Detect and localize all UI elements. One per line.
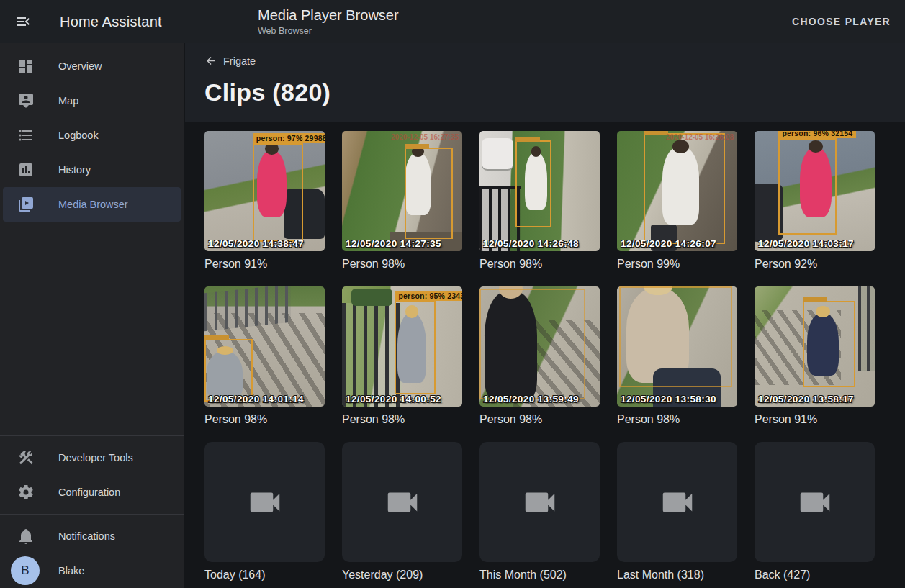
video-camera-icon [658,483,697,522]
clip-tile[interactable]: 2020-12-05 16:26:08 12/05/2020 14:26:07 … [617,131,737,278]
user-name: Blake [58,565,84,576]
clip-caption: Person 98% [342,413,462,426]
clip-tile[interactable]: 12/05/2020 13:58:17 Person 91% [755,286,875,433]
clip-thumbnail: 12/05/2020 13:59:49 [479,286,600,407]
clip-caption: Person 98% [204,413,325,426]
sidebar-item-user-profile[interactable]: B Blake [3,553,181,588]
clip-caption: Person 99% [617,258,737,271]
folder-tile-back[interactable]: Back (427) [755,442,875,588]
view-dashboard-icon [17,58,35,75]
hammer-icon [17,449,35,466]
sidebar-item-configuration[interactable]: Configuration [3,475,181,510]
menu-open-icon [14,13,32,30]
clip-thumbnail: 12/05/2020 14:01:14 [204,286,325,407]
video-camera-icon [521,483,559,522]
sidebar-item-logbook[interactable]: Logbook [3,118,181,153]
folder-tile-this-month[interactable]: This Month (502) [479,442,600,588]
sidebar-item-notifications[interactable]: Notifications [3,519,181,553]
clip-timestamp: 12/05/2020 14:26:48 [483,238,579,249]
clip-caption: Person 98% [342,258,462,271]
clip-tile[interactable]: 12/05/2020 13:59:49 Person 98% [479,286,600,433]
clip-caption: Person 92% [755,258,875,271]
clip-thumbnail: 12/05/2020 13:58:30 [617,286,737,407]
sidebar-divider [0,514,184,515]
clip-timestamp: 12/05/2020 14:01:14 [208,394,304,404]
sidebar-item-label: History [58,164,91,176]
clip-timestamp: 12/05/2020 14:26:07 [621,238,716,249]
clip-tile[interactable]: 12/05/2020 14:26:48 Person 98% [479,131,600,278]
play-box-multiple-icon [17,196,35,213]
clip-thumbnail: person: 95% 23432 12/05/2020 14:00:52 [342,286,462,407]
clip-tile[interactable]: person: 96% 32154 12/05/2020 14:03:17 Pe… [755,131,875,278]
camera-timestamp-overlay: 2020-12-05 16:27:35 [391,133,459,141]
breadcrumb[interactable]: Frigate [204,55,256,67]
content-header: Frigate Clips (820) [185,43,905,122]
sidebar-item-label: Map [58,95,78,107]
media-browser-content: Frigate Clips (820) person: 97% 29988 12… [185,43,905,588]
detection-bounding-box [405,148,453,239]
clip-timestamp: 12/05/2020 14:00:52 [346,394,441,404]
folder-caption: This Month (502) [479,569,600,582]
detection-bounding-box: person: 95% 23432 [395,301,436,394]
mower-shape [351,289,392,305]
clip-caption: Person 98% [479,258,600,271]
clip-timestamp: 12/05/2020 14:03:17 [758,238,854,249]
folder-caption: Back (427) [755,569,875,582]
avatar: B [11,556,40,585]
detection-label-mini [204,335,229,340]
sidebar-item-label: Logbook [58,130,99,141]
chart-box-icon [17,161,35,178]
sidebar-item-label: Developer Tools [58,452,133,463]
clip-tile[interactable]: 12/05/2020 13:58:30 Person 98% [617,286,737,433]
sidebar: Overview Map Logbook History Media Brows… [0,43,184,588]
app-header: Home Assistant Media Player Browser Web … [0,0,905,43]
video-camera-icon [383,483,422,522]
clip-tile[interactable]: 12/05/2020 14:01:14 Person 98% [204,286,325,433]
app-title: Home Assistant [60,14,162,30]
sidebar-item-media-browser[interactable]: Media Browser [3,187,181,222]
clip-tile[interactable]: 2020-12-05 16:27:35 12/05/2020 14:27:35 … [342,131,462,278]
detection-bounding-box [204,339,253,402]
folder-thumbnail [342,442,462,562]
sidebar-toggle-button[interactable] [6,4,40,39]
folder-thumbnail [479,442,600,562]
folder-tile-today[interactable]: Today (164) [204,442,325,588]
clip-thumbnail: person: 96% 32154 12/05/2020 14:03:17 [755,131,875,251]
folder-tile-last-month[interactable]: Last Month (318) [617,442,737,588]
sidebar-item-developer-tools[interactable]: Developer Tools [3,440,181,475]
sidebar-item-overview[interactable]: Overview [3,49,181,83]
detection-bounding-box [644,133,726,244]
folder-caption: Today (164) [204,569,325,582]
format-list-bulleted-icon [17,127,35,144]
sidebar-item-history[interactable]: History [3,153,181,187]
railing-shape [858,286,875,371]
folder-thumbnail [755,442,875,562]
detection-label-mini [644,131,668,135]
video-camera-icon [796,483,834,522]
clip-timestamp: 12/05/2020 13:58:30 [621,394,716,404]
detection-bounding-box [803,301,855,387]
detection-bounding-box: person: 97% 29988 [253,143,303,242]
detection-bounding-box [479,289,585,399]
folder-tile-yesterday[interactable]: Yesterday (209) [342,442,462,588]
sidebar-divider [0,435,184,436]
clip-caption: Person 98% [617,413,737,426]
clip-timestamp: 12/05/2020 13:58:17 [758,394,854,404]
sidebar-item-label: Media Browser [58,199,128,210]
clip-caption: Person 98% [479,413,600,426]
breadcrumb-label: Frigate [223,55,256,67]
bell-icon [17,528,35,545]
detection-label-mini [803,297,827,302]
tooltip-account-icon [17,92,35,109]
clip-tile[interactable]: person: 95% 23432 12/05/2020 14:00:52 Pe… [342,286,462,433]
detection-label-mini [405,144,429,149]
media-browser-header: Media Player Browser Web Browser [258,6,399,36]
sidebar-item-map[interactable]: Map [3,83,181,118]
detection-label: person: 97% 29988 [253,133,325,143]
choose-player-button[interactable]: CHOOSE PLAYER [785,10,898,33]
clip-thumbnail: 12/05/2020 13:58:17 [755,286,875,407]
clip-tile[interactable]: person: 97% 29988 12/05/2020 14:38:47 Pe… [204,131,325,278]
camera-timestamp-overlay: 2020-12-05 16:26:08 [666,133,734,141]
clip-caption: Person 91% [755,413,875,426]
detection-label: person: 95% 23432 [395,291,462,301]
